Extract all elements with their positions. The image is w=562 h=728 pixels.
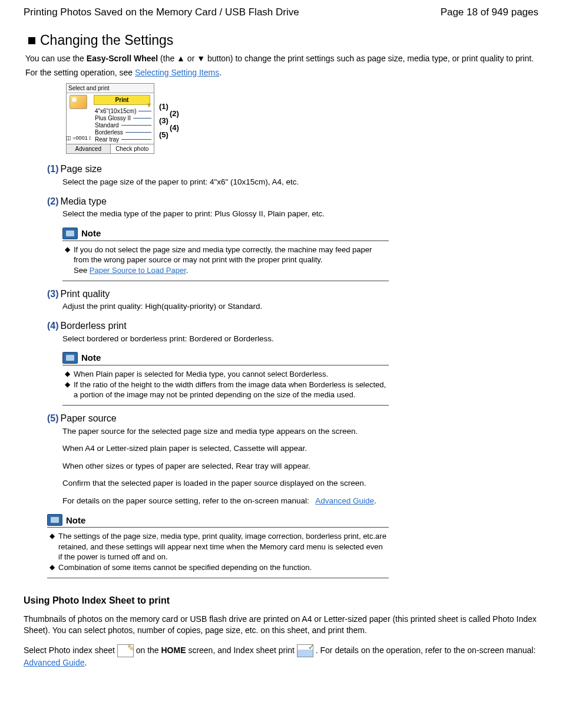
page-header: Printing Photos Saved on the Memory Card… [24, 6, 538, 19]
pane-title: Select and print [67, 84, 154, 93]
index-sheet-print-icon [297, 644, 313, 657]
opt-paper-source: Rear tray [95, 136, 119, 143]
callout-1: (1) [159, 102, 168, 112]
note-2: Note ◆When Plain paper is selected for M… [62, 352, 389, 406]
up-triangle-icon: ▲ [177, 53, 185, 65]
item-paper-source: (5)Paper source The paper source for the… [47, 413, 538, 506]
bullet-icon: ◆ [65, 369, 70, 380]
note-3: Note ◆The settings of the page size, med… [47, 514, 389, 578]
pane-foot-advanced: Advanced [67, 144, 111, 153]
paper-source-link[interactable]: Paper Source to Load Paper [90, 266, 186, 275]
advanced-guide-link-2[interactable]: Advanced Guide [24, 658, 85, 667]
advanced-guide-link-1[interactable]: Advanced Guide [315, 496, 374, 505]
callout-4: (4) [170, 123, 179, 133]
bullet-icon: ◆ [65, 380, 70, 400]
callout-3: (3) [159, 116, 168, 126]
section-heading-row: Changing the Settings [28, 32, 538, 50]
item-media-type: (2)Media type Select the media type of t… [47, 196, 538, 219]
callout-2: (2) [170, 109, 179, 119]
note-icon [62, 228, 78, 239]
print-button: Print [94, 95, 150, 105]
photo-index-sheet-icon [117, 644, 134, 657]
page-number: Page 18 of 949 pages [441, 6, 538, 19]
photo-thumbnail-icon [70, 95, 87, 109]
note-title: Note [81, 352, 101, 364]
note-title: Note [66, 515, 85, 526]
down-triangle-icon: ▼ [197, 53, 205, 65]
settings-pane-figure: Select and print ◫=0001⟟ Print 4"x6"(10x… [66, 83, 538, 154]
item-borderless: (4)Borderless print Select bordered or b… [47, 320, 538, 344]
note-icon [47, 514, 62, 526]
copies-icon: ◫ [66, 135, 71, 142]
bullet-icon: ◆ [49, 562, 55, 573]
doc-title: Printing Photos Saved on the Memory Card… [24, 6, 299, 19]
note-icon [62, 352, 78, 364]
copies-count: =0001 [72, 135, 87, 142]
selecting-setting-items-link[interactable]: Selecting Setting Items [135, 68, 219, 77]
callout-5: (5) [159, 130, 168, 140]
item-print-quality: (3)Print quality Adjust the print qualit… [47, 288, 538, 312]
photo-index-p2: Select Photo index sheet on the HOME scr… [24, 644, 538, 668]
note-title: Note [81, 228, 101, 239]
bullet-icon: ◆ [49, 531, 55, 562]
bullet-icon: ◆ [65, 245, 70, 276]
note-1: Note ◆ If you do not select the page siz… [62, 228, 389, 281]
pane-foot-check: Check photo [111, 144, 154, 153]
intro-para-1: You can use the Easy-Scroll Wheel (the ▲… [25, 53, 538, 65]
photo-index-heading: Using Photo Index Sheet to print [24, 595, 538, 607]
item-page-size: (1)Page size Select the page size of the… [47, 163, 538, 187]
square-bullet-icon [28, 37, 35, 44]
photo-index-p1: Thumbnails of photos on the memory card … [24, 614, 538, 636]
intro-para-2: For the setting operation, see Selecting… [25, 67, 538, 79]
section-title: Changing the Settings [40, 32, 173, 50]
